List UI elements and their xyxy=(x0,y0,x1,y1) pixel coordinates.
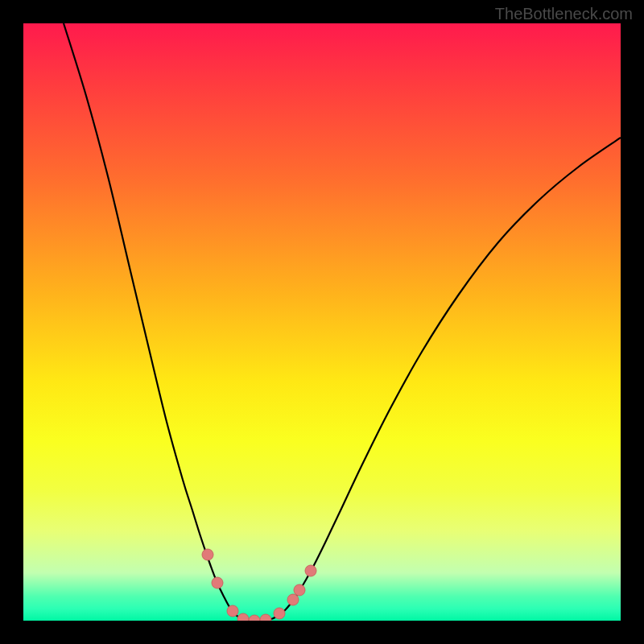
curve-path xyxy=(64,23,621,621)
data-marker xyxy=(249,615,260,621)
chart-gradient-background xyxy=(23,23,621,621)
data-marker xyxy=(260,614,271,621)
curve-markers xyxy=(202,549,316,621)
data-marker xyxy=(227,605,238,617)
data-marker xyxy=(212,577,223,588)
data-marker xyxy=(305,565,316,576)
data-marker xyxy=(294,584,305,596)
chart-svg xyxy=(23,23,621,621)
watermark-text: TheBottleneck.com xyxy=(495,5,633,23)
data-marker xyxy=(202,549,213,560)
data-marker xyxy=(287,594,299,605)
data-marker xyxy=(237,613,249,621)
data-marker xyxy=(274,608,285,619)
